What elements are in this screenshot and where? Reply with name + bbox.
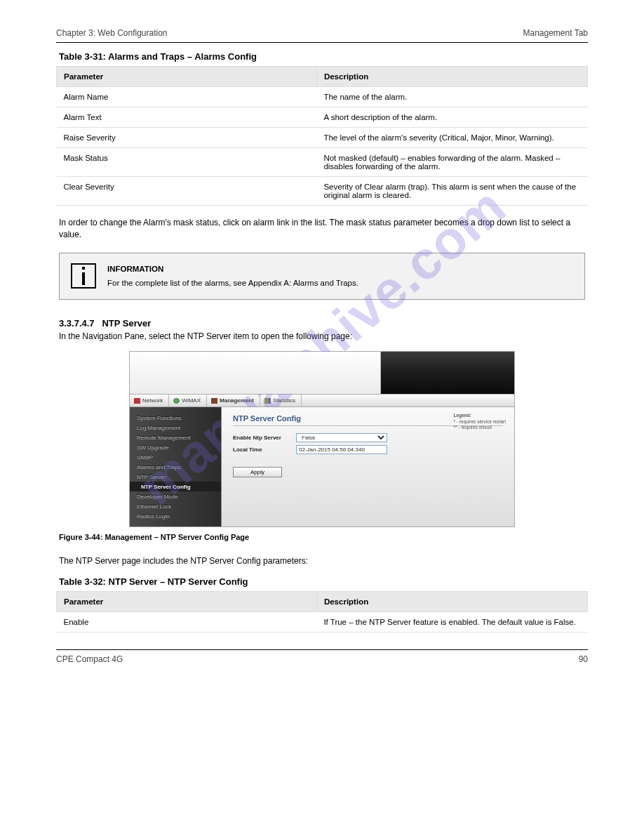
wimax-icon	[173, 398, 180, 404]
nav-tabs: Network WiMAX Management Statistics	[130, 394, 514, 407]
table-row: Enable If True – the NTP Server feature …	[57, 611, 588, 632]
sidebar-item-sw-upgrade[interactable]: SW Upgrade	[130, 442, 221, 452]
table-row: Clear SeveritySeverity of Clear alarm (t…	[57, 177, 588, 206]
enable-ntp-label: Enable Ntp Server	[233, 435, 296, 441]
chapter-label: Chapter 3: Web Configuration	[56, 28, 168, 38]
apply-button[interactable]: Apply	[233, 467, 282, 477]
table-row: Alarm TextA short description of the ala…	[57, 107, 588, 128]
info-note: INFORMATION For the complete list of the…	[59, 253, 585, 300]
table-row: Raise SeverityThe level of the alarm's s…	[57, 128, 588, 148]
figure-caption: Figure 3-44: Management – NTP Server Con…	[59, 533, 585, 541]
table-caption-2: Table 3-32: NTP Server – NTP Server Conf…	[59, 576, 585, 587]
sidebar-item-snmp[interactable]: SNMP	[130, 452, 221, 462]
table-header-row: Parameter Description	[57, 67, 588, 87]
ntp-config-table: Parameter Description Enable If True – t…	[56, 591, 588, 633]
network-icon	[134, 398, 140, 404]
section-label: Management Tab	[523, 28, 588, 38]
col-description: Description	[316, 67, 587, 87]
page-footer: CPE Compact 4G 90	[56, 649, 588, 664]
paragraph: The NTP Server page includes the NTP Ser…	[59, 555, 585, 567]
col-description: Description	[316, 591, 587, 611]
table-row: Alarm NameThe name of the alarm.	[57, 87, 588, 107]
heading-title: NTP Server	[102, 318, 151, 329]
note-body: For the complete list of the alarms, see…	[107, 279, 358, 287]
paragraph: In order to change the Alarm's mask stat…	[59, 217, 585, 241]
sidebar-item-radius-login[interactable]: Radius Login	[130, 511, 221, 521]
local-time-label: Local Time	[233, 446, 296, 453]
sidebar-item-log-management[interactable]: Log Management	[130, 423, 221, 432]
ntp-config-screenshot: Network WiMAX Management Statistics Syst…	[129, 351, 515, 527]
table-row: Mask StatusNot masked (default) – enable…	[57, 148, 588, 177]
footer-left: CPE Compact 4G	[56, 654, 123, 664]
col-parameter: Parameter	[57, 591, 317, 611]
tab-management[interactable]: Management	[207, 395, 260, 406]
enable-ntp-select[interactable]: False	[296, 433, 387, 442]
sidebar: System Functions Log Management Remote M…	[130, 407, 221, 527]
tab-statistics[interactable]: Statistics	[260, 395, 302, 406]
tab-wimax[interactable]: WiMAX	[169, 395, 207, 406]
note-label: INFORMATION	[107, 263, 358, 275]
alarms-config-table: Parameter Description Alarm NameThe name…	[56, 66, 588, 206]
legend: Legend: * - requires service restart ** …	[454, 413, 506, 430]
sidebar-item-system-functions[interactable]: System Functions	[130, 413, 221, 423]
tab-network[interactable]: Network	[130, 395, 169, 406]
local-time-value: 02-Jan-2015 04:58:04.340	[296, 445, 387, 454]
footer-right: 90	[579, 654, 588, 664]
statistics-icon	[264, 398, 271, 404]
sidebar-item-ntp-server-config[interactable]: NTP Server Config	[130, 482, 221, 491]
sidebar-item-remote-management[interactable]: Remote Management	[130, 432, 221, 442]
info-icon	[71, 263, 96, 289]
sidebar-item-alarms-and-traps[interactable]: Alarms and Traps	[130, 462, 221, 472]
col-parameter: Parameter	[57, 67, 317, 87]
table-header-row: Parameter Description	[57, 591, 588, 611]
heading-desc: In the Navigation Pane, select the NTP S…	[59, 331, 585, 341]
table-caption-1: Table 3-31: Alarms and Traps – Alarms Co…	[59, 51, 585, 62]
sidebar-item-developer-mode[interactable]: Developer Mode	[130, 491, 221, 501]
heading-num: 3.3.7.4.7	[59, 318, 95, 329]
sidebar-item-ntp-server[interactable]: NTP Server	[130, 472, 221, 482]
divider	[56, 42, 588, 43]
sidebar-item-ethernet-lock[interactable]: Ethernet Lock	[130, 501, 221, 511]
management-icon	[211, 398, 217, 404]
